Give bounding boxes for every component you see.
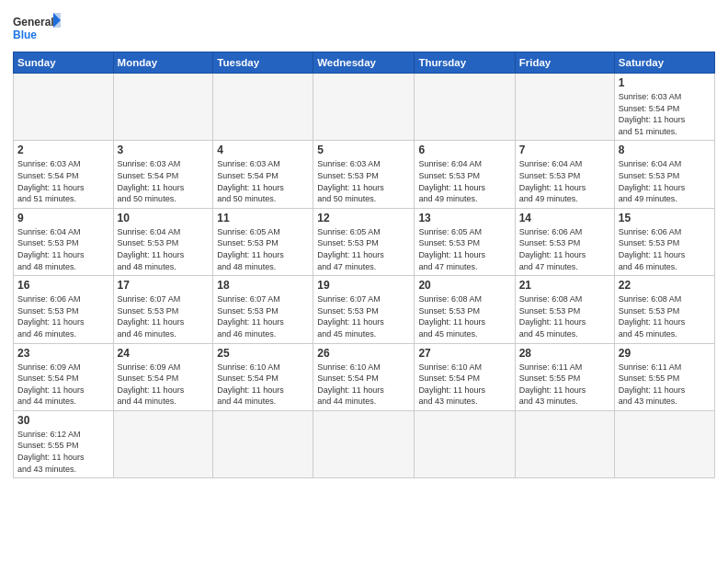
col-header-saturday: Saturday bbox=[614, 52, 714, 74]
col-header-monday: Monday bbox=[113, 52, 213, 74]
svg-text:Blue: Blue bbox=[13, 29, 37, 41]
calendar-week-row: 9Sunrise: 6:04 AM Sunset: 5:53 PM Daylig… bbox=[14, 208, 715, 275]
calendar-week-row: 2Sunrise: 6:03 AM Sunset: 5:54 PM Daylig… bbox=[14, 141, 715, 208]
calendar-cell: 16Sunrise: 6:06 AM Sunset: 5:53 PM Dayli… bbox=[14, 276, 114, 343]
calendar-cell: 22Sunrise: 6:08 AM Sunset: 5:53 PM Dayli… bbox=[614, 276, 714, 343]
calendar-cell: 20Sunrise: 6:08 AM Sunset: 5:53 PM Dayli… bbox=[415, 276, 515, 343]
day-number: 25 bbox=[217, 347, 309, 360]
day-info: Sunrise: 6:03 AM Sunset: 5:54 PM Dayligh… bbox=[217, 158, 309, 204]
calendar-cell: 30Sunrise: 6:12 AM Sunset: 5:55 PM Dayli… bbox=[14, 410, 114, 477]
day-number: 16 bbox=[17, 279, 109, 292]
logo-svg: General Blue bbox=[13, 13, 61, 46]
calendar-cell: 5Sunrise: 6:03 AM Sunset: 5:53 PM Daylig… bbox=[313, 141, 415, 208]
day-info: Sunrise: 6:06 AM Sunset: 5:53 PM Dayligh… bbox=[519, 226, 610, 272]
calendar-cell: 17Sunrise: 6:07 AM Sunset: 5:53 PM Dayli… bbox=[113, 276, 213, 343]
calendar-cell bbox=[313, 74, 415, 141]
day-info: Sunrise: 6:04 AM Sunset: 5:53 PM Dayligh… bbox=[519, 158, 610, 204]
calendar-week-row: 30Sunrise: 6:12 AM Sunset: 5:55 PM Dayli… bbox=[14, 410, 715, 477]
day-info: Sunrise: 6:08 AM Sunset: 5:53 PM Dayligh… bbox=[418, 293, 510, 339]
col-header-sunday: Sunday bbox=[14, 52, 114, 74]
calendar-cell bbox=[113, 74, 213, 141]
day-number: 13 bbox=[418, 212, 510, 224]
day-number: 27 bbox=[418, 347, 510, 360]
day-number: 12 bbox=[317, 212, 410, 224]
day-info: Sunrise: 6:07 AM Sunset: 5:53 PM Dayligh… bbox=[217, 293, 309, 339]
calendar-cell: 2Sunrise: 6:03 AM Sunset: 5:54 PM Daylig… bbox=[14, 141, 114, 208]
day-info: Sunrise: 6:03 AM Sunset: 5:54 PM Dayligh… bbox=[17, 158, 109, 204]
day-number: 9 bbox=[17, 212, 109, 224]
col-header-tuesday: Tuesday bbox=[213, 52, 313, 74]
calendar-week-row: 1Sunrise: 6:03 AM Sunset: 5:54 PM Daylig… bbox=[14, 74, 715, 141]
calendar-header-row: SundayMondayTuesdayWednesdayThursdayFrid… bbox=[14, 52, 715, 74]
logo: General Blue bbox=[13, 13, 61, 46]
day-number: 6 bbox=[418, 144, 510, 156]
calendar-cell: 13Sunrise: 6:05 AM Sunset: 5:53 PM Dayli… bbox=[415, 208, 515, 275]
day-info: Sunrise: 6:06 AM Sunset: 5:53 PM Dayligh… bbox=[619, 226, 711, 272]
calendar-week-row: 16Sunrise: 6:06 AM Sunset: 5:53 PM Dayli… bbox=[14, 276, 715, 343]
calendar-cell: 27Sunrise: 6:10 AM Sunset: 5:54 PM Dayli… bbox=[415, 343, 515, 410]
calendar-cell: 4Sunrise: 6:03 AM Sunset: 5:54 PM Daylig… bbox=[213, 141, 313, 208]
day-info: Sunrise: 6:04 AM Sunset: 5:53 PM Dayligh… bbox=[619, 158, 711, 204]
day-info: Sunrise: 6:04 AM Sunset: 5:53 PM Dayligh… bbox=[118, 226, 210, 272]
calendar-table: SundayMondayTuesdayWednesdayThursdayFrid… bbox=[13, 52, 715, 478]
day-info: Sunrise: 6:11 AM Sunset: 5:55 PM Dayligh… bbox=[519, 362, 610, 408]
svg-rect-3 bbox=[53, 13, 61, 28]
day-info: Sunrise: 6:09 AM Sunset: 5:54 PM Dayligh… bbox=[118, 362, 210, 408]
calendar-cell: 3Sunrise: 6:03 AM Sunset: 5:54 PM Daylig… bbox=[113, 141, 213, 208]
calendar-cell bbox=[14, 74, 114, 141]
calendar-cell: 10Sunrise: 6:04 AM Sunset: 5:53 PM Dayli… bbox=[113, 208, 213, 275]
col-header-thursday: Thursday bbox=[415, 52, 515, 74]
day-info: Sunrise: 6:05 AM Sunset: 5:53 PM Dayligh… bbox=[317, 226, 410, 272]
calendar-cell: 15Sunrise: 6:06 AM Sunset: 5:53 PM Dayli… bbox=[614, 208, 714, 275]
day-number: 2 bbox=[17, 144, 109, 156]
calendar-cell: 28Sunrise: 6:11 AM Sunset: 5:55 PM Dayli… bbox=[515, 343, 614, 410]
day-number: 1 bbox=[619, 76, 711, 89]
day-info: Sunrise: 6:07 AM Sunset: 5:53 PM Dayligh… bbox=[317, 293, 410, 339]
calendar-cell: 12Sunrise: 6:05 AM Sunset: 5:53 PM Dayli… bbox=[313, 208, 415, 275]
day-number: 7 bbox=[519, 144, 610, 156]
day-info: Sunrise: 6:05 AM Sunset: 5:53 PM Dayligh… bbox=[217, 226, 309, 272]
col-header-wednesday: Wednesday bbox=[313, 52, 415, 74]
day-info: Sunrise: 6:05 AM Sunset: 5:53 PM Dayligh… bbox=[418, 226, 510, 272]
day-info: Sunrise: 6:07 AM Sunset: 5:53 PM Dayligh… bbox=[118, 293, 210, 339]
day-info: Sunrise: 6:04 AM Sunset: 5:53 PM Dayligh… bbox=[17, 226, 109, 272]
calendar-cell: 29Sunrise: 6:11 AM Sunset: 5:55 PM Dayli… bbox=[614, 343, 714, 410]
calendar-cell: 6Sunrise: 6:04 AM Sunset: 5:53 PM Daylig… bbox=[415, 141, 515, 208]
calendar-cell: 8Sunrise: 6:04 AM Sunset: 5:53 PM Daylig… bbox=[614, 141, 714, 208]
calendar-cell bbox=[415, 410, 515, 477]
day-info: Sunrise: 6:11 AM Sunset: 5:55 PM Dayligh… bbox=[619, 362, 711, 408]
calendar-cell: 26Sunrise: 6:10 AM Sunset: 5:54 PM Dayli… bbox=[313, 343, 415, 410]
day-number: 24 bbox=[118, 347, 210, 360]
day-number: 19 bbox=[317, 279, 410, 292]
day-info: Sunrise: 6:06 AM Sunset: 5:53 PM Dayligh… bbox=[17, 293, 109, 339]
day-info: Sunrise: 6:08 AM Sunset: 5:53 PM Dayligh… bbox=[519, 293, 610, 339]
day-info: Sunrise: 6:09 AM Sunset: 5:54 PM Dayligh… bbox=[17, 362, 109, 408]
day-number: 22 bbox=[619, 279, 711, 292]
page: General Blue SundayMondayTuesdayWednesda… bbox=[0, 0, 728, 563]
day-info: Sunrise: 6:12 AM Sunset: 5:55 PM Dayligh… bbox=[17, 429, 109, 475]
day-number: 23 bbox=[17, 347, 109, 360]
calendar-cell: 9Sunrise: 6:04 AM Sunset: 5:53 PM Daylig… bbox=[14, 208, 114, 275]
day-info: Sunrise: 6:03 AM Sunset: 5:54 PM Dayligh… bbox=[619, 91, 711, 137]
day-number: 4 bbox=[217, 144, 309, 156]
calendar-cell bbox=[113, 410, 213, 477]
day-info: Sunrise: 6:04 AM Sunset: 5:53 PM Dayligh… bbox=[418, 158, 510, 204]
calendar-cell bbox=[213, 410, 313, 477]
day-number: 10 bbox=[118, 212, 210, 224]
day-number: 15 bbox=[619, 212, 711, 224]
calendar-week-row: 23Sunrise: 6:09 AM Sunset: 5:54 PM Dayli… bbox=[14, 343, 715, 410]
calendar-cell: 23Sunrise: 6:09 AM Sunset: 5:54 PM Dayli… bbox=[14, 343, 114, 410]
calendar-cell: 21Sunrise: 6:08 AM Sunset: 5:53 PM Dayli… bbox=[515, 276, 614, 343]
calendar-cell: 7Sunrise: 6:04 AM Sunset: 5:53 PM Daylig… bbox=[515, 141, 614, 208]
day-number: 8 bbox=[619, 144, 711, 156]
calendar-cell: 18Sunrise: 6:07 AM Sunset: 5:53 PM Dayli… bbox=[213, 276, 313, 343]
day-number: 14 bbox=[519, 212, 610, 224]
day-number: 26 bbox=[317, 347, 410, 360]
day-info: Sunrise: 6:10 AM Sunset: 5:54 PM Dayligh… bbox=[317, 362, 410, 408]
day-number: 21 bbox=[519, 279, 610, 292]
calendar-cell bbox=[515, 410, 614, 477]
calendar-cell: 14Sunrise: 6:06 AM Sunset: 5:53 PM Dayli… bbox=[515, 208, 614, 275]
day-info: Sunrise: 6:10 AM Sunset: 5:54 PM Dayligh… bbox=[418, 362, 510, 408]
day-info: Sunrise: 6:03 AM Sunset: 5:53 PM Dayligh… bbox=[317, 158, 410, 204]
day-info: Sunrise: 6:08 AM Sunset: 5:53 PM Dayligh… bbox=[619, 293, 711, 339]
